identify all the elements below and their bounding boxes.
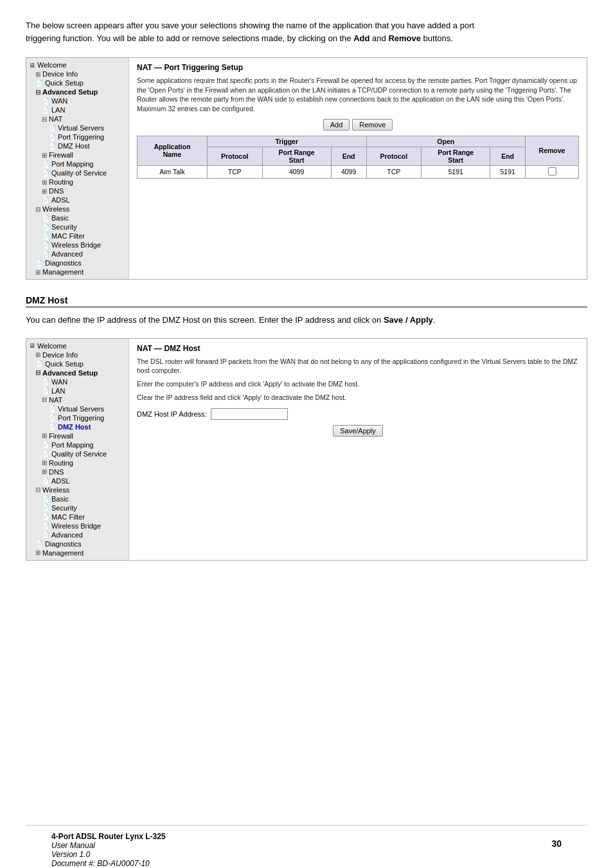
sidebar2-label-wireless: Wireless <box>42 486 69 494</box>
dmz-bold: Save / Apply <box>384 315 433 325</box>
sidebar-item-welcome[interactable]: 🖥 Welcome <box>26 60 129 69</box>
doc-icon-qos2: 📄 <box>42 450 49 457</box>
sidebar-label-port-triggering: Port Triggering <box>58 133 104 141</box>
sidebar2-item-mac-filter[interactable]: 📄 MAC Filter <box>26 512 129 521</box>
doc-icon-lan: 📄 <box>42 107 49 114</box>
sidebar2-label-device: Device Info <box>42 351 78 359</box>
footer-product: 4-Port ADSL Router Lynx L-325 <box>51 832 166 841</box>
doc-icon-wb: 📄 <box>42 242 49 249</box>
col-trigger-protocol: Protocol <box>207 147 262 165</box>
sidebar2-item-wan[interactable]: 📄 WAN <box>26 377 129 386</box>
col-open: Open <box>366 136 526 147</box>
sidebar2-item-firewall[interactable]: ⊞ Firewall <box>26 431 129 440</box>
cell-trigger-protocol: TCP <box>207 165 262 178</box>
sidebar-item-advanced-wireless[interactable]: 📄 Advanced <box>26 249 129 258</box>
sidebar2-label-adsl: ADSL <box>51 477 70 485</box>
cell-open-end: 5191 <box>490 165 526 178</box>
sidebar2-item-adsl[interactable]: 📄 ADSL <box>26 476 129 485</box>
dmz-section-heading: DMZ Host <box>26 295 587 307</box>
monitor-icon-2: 🖥 <box>29 342 35 349</box>
sidebar-item-nat[interactable]: ⊟ NAT <box>26 114 129 123</box>
sidebar-item-wireless-bridge[interactable]: 📄 Wireless Bridge <box>26 240 129 249</box>
sidebar2-label-diag: Diagnostics <box>45 540 82 548</box>
sidebar-item-basic[interactable]: 📄 Basic <box>26 213 129 222</box>
sidebar-item-dns[interactable]: ⊞ DNS <box>26 186 129 195</box>
sidebar2-label-vs: Virtual Servers <box>58 405 104 413</box>
sidebar-item-wan[interactable]: 📄 WAN <box>26 96 129 105</box>
col-open-end: End <box>490 147 526 165</box>
cell-remove-checkbox[interactable] <box>526 165 579 178</box>
sidebar-item-advanced-setup[interactable]: ⊟ Advanced Setup <box>26 87 129 96</box>
footer: 4-Port ADSL Router Lynx L-325 User Manua… <box>26 825 587 868</box>
expand-icon-device: ⊞ <box>35 71 40 78</box>
sidebar-item-diagnostics[interactable]: 📄 Diagnostics <box>26 258 129 267</box>
sidebar-label-basic: Basic <box>51 214 69 222</box>
doc-icon-wan2: 📄 <box>42 378 49 385</box>
sidebar-label-diag: Diagnostics <box>45 259 82 267</box>
sidebar2-item-management[interactable]: ⊞ Management <box>26 548 129 557</box>
collapse-icon-wireless: ⊟ <box>35 206 40 213</box>
sidebar2-item-dns[interactable]: ⊞ DNS <box>26 467 129 476</box>
sidebar2-item-basic[interactable]: 📄 Basic <box>26 494 129 503</box>
sidebar-item-port-triggering[interactable]: 📄 Port Triggering <box>26 132 129 141</box>
sidebar-item-mac-filter[interactable]: 📄 MAC Filter <box>26 231 129 240</box>
intro-end: buttons. <box>421 33 453 43</box>
sidebar2-item-port-triggering[interactable]: 📄 Port Triggering <box>26 413 129 422</box>
sidebar-item-security[interactable]: 📄 Security <box>26 222 129 231</box>
sidebar2-item-qos[interactable]: 📄 Quality of Service <box>26 449 129 458</box>
sidebar2-item-advanced-w[interactable]: 📄 Advanced <box>26 530 129 539</box>
sidebar2-label-qos: Quality of Service <box>51 450 107 458</box>
dmz-ip-input[interactable] <box>211 408 288 420</box>
sidebar2-label-fw: Firewall <box>49 432 73 440</box>
sidebar2-item-device-info[interactable]: ⊞ Device Info <box>26 350 129 359</box>
sidebar2-item-wb[interactable]: 📄 Wireless Bridge <box>26 521 129 530</box>
cell-trigger-end: 4099 <box>331 165 366 178</box>
sidebar-item-management[interactable]: ⊞ Management <box>26 267 129 276</box>
sidebar2-item-wireless[interactable]: ⊟ Wireless <box>26 485 129 494</box>
col-application: ApplicationName <box>138 136 208 165</box>
sidebar2-item-welcome[interactable]: 🖥 Welcome <box>26 341 129 350</box>
doc-icon-qos: 📄 <box>42 170 49 177</box>
sidebar2-item-dmz-host[interactable]: 📄 DMZ Host <box>26 422 129 431</box>
sidebar2-item-advanced[interactable]: ⊟ Advanced Setup <box>26 368 129 377</box>
expand-icon-mgmt: ⊞ <box>35 269 40 276</box>
add-bold: Add <box>353 33 369 43</box>
sidebar-item-wireless[interactable]: ⊟ Wireless <box>26 204 129 213</box>
sidebar-item-adsl[interactable]: 📄 ADSL <box>26 195 129 204</box>
sidebar2-item-nat[interactable]: ⊟ NAT <box>26 395 129 404</box>
save-apply-button[interactable]: Save/Apply <box>333 425 383 437</box>
sidebar2-item-routing[interactable]: ⊞ Routing <box>26 458 129 467</box>
sidebar-label-qos: Quality of Service <box>51 169 107 177</box>
sidebar2-item-port-mapping[interactable]: 📄 Port Mapping <box>26 440 129 449</box>
sidebar-item-firewall[interactable]: ⊞ Firewall <box>26 150 129 159</box>
sidebar-item-quick-setup[interactable]: 📄 Quick Setup <box>26 78 129 87</box>
dmz-text1: You can define the IP address of the DMZ… <box>26 315 384 325</box>
sidebar-label-wireless: Wireless <box>42 205 69 213</box>
sidebar2-item-diagnostics[interactable]: 📄 Diagnostics <box>26 539 129 548</box>
sidebar2-item-quick-setup[interactable]: 📄 Quick Setup <box>26 359 129 368</box>
sidebar-item-virtual-servers[interactable]: 📄 Virtual Servers <box>26 123 129 132</box>
panel2-desc3: Clear the IP address field and click 'Ap… <box>137 393 579 402</box>
sidebar2-item-virtual-servers[interactable]: 📄 Virtual Servers <box>26 404 129 413</box>
panel1-title: NAT — Port Triggering Setup <box>137 63 579 72</box>
remove-button[interactable]: Remove <box>352 119 393 131</box>
col-open-start: Port RangeStart <box>422 147 490 165</box>
sidebar-item-device-info[interactable]: ⊞ Device Info <box>26 69 129 78</box>
doc-icon-dmz1: 📄 <box>48 143 56 150</box>
sidebar-item-port-mapping[interactable]: 📄 Port Mapping <box>26 159 129 168</box>
doc-icon-aw: 📄 <box>42 251 49 258</box>
col-open-protocol: Protocol <box>366 147 422 165</box>
sidebar-item-routing[interactable]: ⊞ Routing <box>26 177 129 186</box>
sidebar-item-qos[interactable]: 📄 Quality of Service <box>26 168 129 177</box>
monitor-icon: 🖥 <box>29 62 35 69</box>
collapse-icon-advanced: ⊟ <box>35 89 40 96</box>
add-button[interactable]: Add <box>323 119 350 131</box>
sidebar-label-port-mapping: Port Mapping <box>51 160 93 168</box>
sidebar2-item-security[interactable]: 📄 Security <box>26 503 129 512</box>
footer-manual: User Manual <box>51 841 166 850</box>
sidebar2-label-quick: Quick Setup <box>45 360 84 368</box>
sidebar-item-dmz-host-1[interactable]: 📄 DMZ Host <box>26 141 129 150</box>
sidebar-item-lan[interactable]: 📄 LAN <box>26 105 129 114</box>
sidebar2-item-lan[interactable]: 📄 LAN <box>26 386 129 395</box>
panel1-content: NAT — Port Triggering Setup Some applica… <box>129 58 587 279</box>
